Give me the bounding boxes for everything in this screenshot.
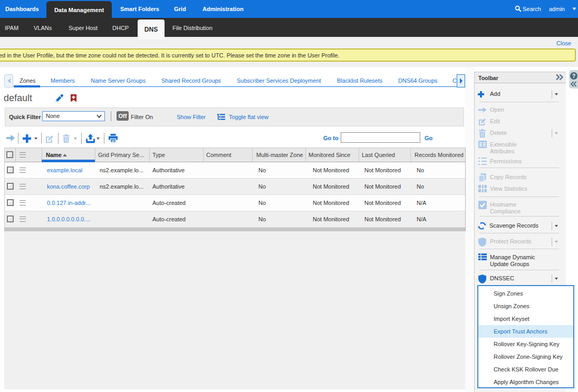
svg-text:?: ? [572,73,575,79]
